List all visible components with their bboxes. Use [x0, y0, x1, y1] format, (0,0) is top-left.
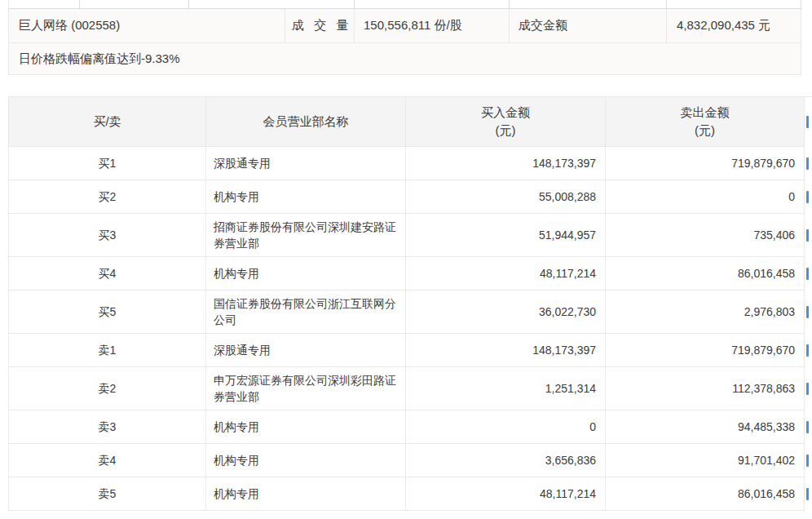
- sell-amount: 91,701,402: [738, 452, 795, 468]
- buy-amount: 148,173,397: [532, 155, 596, 171]
- side-cell: 卖3: [8, 410, 206, 444]
- sell-amount: 0: [788, 189, 795, 205]
- sell-amount-cell: 112,378,863: [606, 367, 805, 410]
- clipped-column: [805, 257, 812, 291]
- table-row: 卖4 机构专用 3,656,836 91,701,402: [8, 444, 812, 477]
- table-row: 买5 国信证券股份有限公司浙江互联网分公司 36,022,730 2,976,8…: [8, 291, 812, 334]
- clipped-column: [805, 147, 812, 180]
- clipped-column: [805, 291, 812, 334]
- buy-amount: 1,251,314: [545, 380, 596, 397]
- stock-summary-table: 巨人网络 (002558) 成 交 量 150,556,811 份/股 成交金额…: [8, 0, 812, 75]
- clipped-link-fragment: [806, 268, 809, 280]
- buy-amount-cell: 0: [406, 410, 606, 444]
- broker-cell: 招商证券股份有限公司深圳建安路证券营业部: [206, 214, 406, 257]
- buy-amount-cell: 1,251,314: [406, 367, 606, 410]
- side-cell: 卖5: [8, 477, 206, 511]
- table-header-row: 买/卖 会员营业部名称 买入金额 (元) 卖出金额 (元): [8, 96, 812, 147]
- buy-amount: 48,117,214: [540, 486, 596, 502]
- sell-amount: 2,976,803: [744, 304, 795, 320]
- side-cell: 买4: [8, 257, 206, 291]
- clipped-column: [805, 444, 812, 477]
- broker-cell: 机构专用: [206, 410, 406, 444]
- sell-amount-cell: 735,406: [606, 214, 805, 257]
- clipped-link-fragment: [806, 157, 809, 170]
- clipped-column: [805, 367, 812, 410]
- clipped-row-above: [8, 0, 812, 9]
- broker-name: 机构专用: [214, 486, 259, 502]
- sell-amount-cell: 719,879,670: [606, 334, 805, 367]
- side-label: 买2: [99, 189, 117, 205]
- stock-name: 巨人网络 (002558): [19, 18, 120, 33]
- broker-name: 国信证券股份有限公司浙江互联网分公司: [214, 295, 400, 328]
- clipped-cell: [189, 0, 355, 9]
- buy-amount: 48,117,214: [540, 265, 596, 282]
- col-header-side: 买/卖: [8, 96, 206, 147]
- side-label: 卖4: [99, 452, 117, 468]
- buy-amount-cell: 148,173,397: [406, 147, 606, 180]
- sell-amount-cell: 2,976,803: [606, 291, 805, 334]
- volume-label: 成 交 量: [292, 18, 351, 33]
- table-row: 卖2 申万宏源证券有限公司深圳彩田路证券营业部 1,251,314 112,37…: [8, 367, 812, 410]
- clipped-column: [805, 477, 812, 511]
- col-header-broker: 会员营业部名称: [206, 96, 406, 147]
- buy-amount: 148,173,397: [532, 342, 596, 358]
- clipped-link-fragment: [806, 306, 809, 318]
- sell-amount-cell: 719,879,670: [606, 147, 805, 180]
- table-row: 卖1 深股通专用 148,173,397 719,879,670: [8, 334, 812, 367]
- sell-amount: 112,378,863: [732, 380, 795, 397]
- buy-amount-cell: 36,022,730: [406, 291, 606, 334]
- clipped-column: [805, 180, 812, 214]
- broker-cell: 机构专用: [206, 257, 406, 291]
- notice-row: 日价格跌幅偏离值达到-9.33%: [8, 43, 812, 75]
- side-cell: 卖4: [8, 444, 206, 477]
- broker-name: 机构专用: [214, 419, 259, 435]
- side-label: 卖3: [99, 419, 117, 435]
- turnover-label-cell: 成交金额: [510, 9, 667, 43]
- broker-name: 机构专用: [214, 452, 259, 468]
- clipped-column: [805, 214, 812, 257]
- broker-cell: 深股通专用: [206, 147, 406, 180]
- volume-value-cell: 150,556,811 份/股: [355, 9, 510, 43]
- broker-cell: 申万宏源证券有限公司深圳彩田路证券营业部: [206, 367, 406, 410]
- sell-amount: 719,879,670: [731, 155, 795, 171]
- side-label: 买3: [99, 227, 117, 243]
- clipped-link-fragment: [806, 344, 809, 357]
- clipped-link-fragment: [806, 229, 809, 242]
- buy-amount: 55,008,288: [539, 189, 596, 205]
- col-header-broker-label: 会员营业部名称: [263, 113, 349, 130]
- side-label: 买4: [99, 265, 117, 282]
- col-header-buy-line2: (元): [496, 122, 516, 140]
- col-header-buy-line1: 买入金额: [481, 104, 530, 122]
- buy-amount: 36,022,730: [539, 304, 596, 320]
- clipped-cell: [801, 43, 812, 75]
- volume-label-cell: 成 交 量: [285, 9, 355, 43]
- page: 巨人网络 (002558) 成 交 量 150,556,811 份/股 成交金额…: [0, 0, 812, 519]
- table-row: 买1 深股通专用 148,173,397 719,879,670: [8, 147, 812, 180]
- sell-amount: 94,485,338: [738, 419, 795, 435]
- buy-amount-cell: 48,117,214: [406, 257, 606, 291]
- sell-amount-cell: 86,016,458: [606, 477, 805, 511]
- buy-amount-cell: 148,173,397: [406, 334, 606, 367]
- clipped-column: [805, 410, 812, 444]
- sell-amount-cell: 86,016,458: [606, 257, 805, 291]
- clipped-link-fragment: [806, 455, 809, 467]
- broker-name: 招商证券股份有限公司深圳建安路证券营业部: [214, 219, 400, 251]
- buy-amount-cell: 51,944,957: [406, 214, 606, 257]
- clipped-link-fragment: [806, 383, 809, 395]
- clipped-cell: [801, 0, 812, 9]
- sell-amount-cell: 94,485,338: [606, 410, 805, 444]
- sell-amount: 719,879,670: [731, 342, 795, 358]
- buy-amount-cell: 48,117,214: [406, 477, 606, 511]
- trading-seats-table: 买/卖 会员营业部名称 买入金额 (元) 卖出金额 (元) 买1 深股通专用: [8, 96, 812, 511]
- clipped-link-fragment: [806, 116, 809, 128]
- clipped-cell: [8, 0, 80, 9]
- summary-row: 巨人网络 (002558) 成 交 量 150,556,811 份/股 成交金额…: [8, 9, 812, 43]
- side-label: 买5: [99, 304, 117, 320]
- clipped-link-fragment: [806, 191, 809, 203]
- buy-amount: 0: [589, 419, 596, 435]
- broker-cell: 深股通专用: [206, 334, 406, 367]
- clipped-cell: [80, 0, 189, 9]
- col-header-side-label: 买/卖: [93, 113, 121, 130]
- sell-amount: 86,016,458: [738, 486, 795, 502]
- buy-amount-cell: 3,656,836: [406, 444, 606, 477]
